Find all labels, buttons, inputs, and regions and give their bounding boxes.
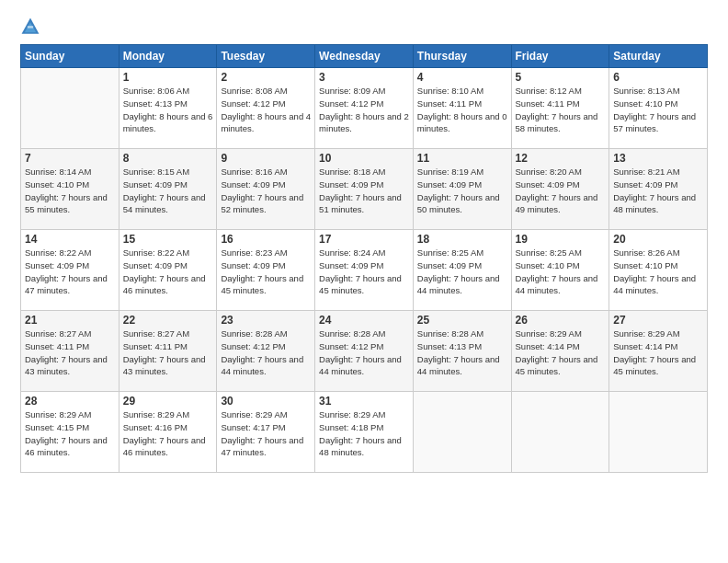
day-number: 18 — [417, 233, 507, 246]
day-info: Sunrise: 8:27 AMSunset: 4:11 PMDaylight:… — [25, 327, 115, 378]
day-info: Sunrise: 8:29 AMSunset: 4:14 PMDaylight:… — [516, 327, 606, 378]
calendar-cell: 23Sunrise: 8:28 AMSunset: 4:12 PMDayligh… — [217, 311, 315, 392]
day-number: 21 — [25, 314, 115, 327]
calendar-table: SundayMondayTuesdayWednesdayThursdayFrid… — [20, 44, 708, 473]
day-number: 2 — [221, 71, 311, 84]
day-header-thursday: Thursday — [413, 45, 511, 68]
calendar-cell: 20Sunrise: 8:26 AMSunset: 4:10 PMDayligh… — [609, 230, 708, 311]
calendar-cell — [21, 68, 119, 149]
calendar-cell: 14Sunrise: 8:22 AMSunset: 4:09 PMDayligh… — [21, 230, 119, 311]
day-info: Sunrise: 8:08 AMSunset: 4:12 PMDaylight:… — [221, 85, 311, 135]
day-number: 11 — [417, 152, 507, 165]
day-number: 1 — [123, 71, 213, 84]
day-info: Sunrise: 8:12 AMSunset: 4:11 PMDaylight:… — [516, 85, 606, 135]
day-number: 16 — [221, 233, 311, 246]
calendar-cell: 11Sunrise: 8:19 AMSunset: 4:09 PMDayligh… — [413, 149, 511, 230]
header — [20, 17, 708, 37]
calendar-cell: 25Sunrise: 8:28 AMSunset: 4:13 PMDayligh… — [413, 311, 511, 392]
calendar-week-row: 21Sunrise: 8:27 AMSunset: 4:11 PMDayligh… — [21, 311, 708, 392]
day-number: 15 — [123, 233, 213, 246]
day-number: 7 — [25, 152, 115, 165]
calendar-cell: 17Sunrise: 8:24 AMSunset: 4:09 PMDayligh… — [315, 230, 414, 311]
day-number: 28 — [25, 395, 115, 408]
day-number: 10 — [319, 152, 409, 165]
calendar-cell: 28Sunrise: 8:29 AMSunset: 4:15 PMDayligh… — [21, 392, 119, 473]
day-number: 5 — [516, 71, 606, 84]
calendar-cell: 1Sunrise: 8:06 AMSunset: 4:13 PMDaylight… — [119, 68, 217, 149]
day-info: Sunrise: 8:10 AMSunset: 4:11 PMDaylight:… — [417, 85, 507, 135]
calendar-cell: 18Sunrise: 8:25 AMSunset: 4:09 PMDayligh… — [413, 230, 511, 311]
day-info: Sunrise: 8:15 AMSunset: 4:09 PMDaylight:… — [123, 166, 213, 216]
day-info: Sunrise: 8:18 AMSunset: 4:09 PMDaylight:… — [319, 166, 409, 216]
day-number: 26 — [516, 314, 606, 327]
day-number: 22 — [123, 314, 213, 327]
day-number: 25 — [417, 314, 507, 327]
calendar-cell: 24Sunrise: 8:28 AMSunset: 4:12 PMDayligh… — [315, 311, 414, 392]
day-info: Sunrise: 8:16 AMSunset: 4:09 PMDaylight:… — [221, 166, 311, 216]
calendar-cell: 6Sunrise: 8:13 AMSunset: 4:10 PMDaylight… — [609, 68, 708, 149]
day-info: Sunrise: 8:24 AMSunset: 4:09 PMDaylight:… — [319, 247, 409, 297]
day-number: 4 — [417, 71, 507, 84]
day-info: Sunrise: 8:22 AMSunset: 4:09 PMDaylight:… — [25, 247, 115, 297]
calendar-cell — [511, 392, 609, 473]
day-number: 6 — [613, 71, 703, 84]
day-number: 17 — [319, 233, 409, 246]
day-number: 8 — [123, 152, 213, 165]
calendar-cell: 12Sunrise: 8:20 AMSunset: 4:09 PMDayligh… — [511, 149, 609, 230]
day-number: 3 — [319, 71, 409, 84]
day-info: Sunrise: 8:19 AMSunset: 4:09 PMDaylight:… — [417, 166, 507, 216]
calendar-cell: 15Sunrise: 8:22 AMSunset: 4:09 PMDayligh… — [119, 230, 217, 311]
day-header-sunday: Sunday — [21, 45, 119, 68]
calendar-cell: 16Sunrise: 8:23 AMSunset: 4:09 PMDayligh… — [217, 230, 315, 311]
calendar-week-row: 1Sunrise: 8:06 AMSunset: 4:13 PMDaylight… — [21, 68, 708, 149]
day-number: 14 — [25, 233, 115, 246]
day-info: Sunrise: 8:28 AMSunset: 4:12 PMDaylight:… — [319, 327, 409, 378]
calendar-cell: 30Sunrise: 8:29 AMSunset: 4:17 PMDayligh… — [217, 392, 315, 473]
day-info: Sunrise: 8:29 AMSunset: 4:18 PMDaylight:… — [319, 408, 409, 459]
day-info: Sunrise: 8:29 AMSunset: 4:15 PMDaylight:… — [25, 408, 115, 459]
calendar-cell — [609, 392, 708, 473]
day-info: Sunrise: 8:26 AMSunset: 4:10 PMDaylight:… — [613, 247, 703, 297]
day-info: Sunrise: 8:29 AMSunset: 4:16 PMDaylight:… — [123, 408, 213, 459]
day-number: 24 — [319, 314, 409, 327]
day-number: 12 — [516, 152, 606, 165]
day-info: Sunrise: 8:22 AMSunset: 4:09 PMDaylight:… — [123, 247, 213, 297]
calendar-cell: 9Sunrise: 8:16 AMSunset: 4:09 PMDaylight… — [217, 149, 315, 230]
day-info: Sunrise: 8:23 AMSunset: 4:09 PMDaylight:… — [221, 247, 311, 297]
day-header-saturday: Saturday — [609, 45, 708, 68]
day-info: Sunrise: 8:21 AMSunset: 4:09 PMDaylight:… — [613, 166, 703, 216]
calendar-cell: 10Sunrise: 8:18 AMSunset: 4:09 PMDayligh… — [315, 149, 414, 230]
day-info: Sunrise: 8:27 AMSunset: 4:11 PMDaylight:… — [123, 327, 213, 378]
calendar-week-row: 7Sunrise: 8:14 AMSunset: 4:10 PMDaylight… — [21, 149, 708, 230]
calendar-cell: 5Sunrise: 8:12 AMSunset: 4:11 PMDaylight… — [511, 68, 609, 149]
day-header-monday: Monday — [119, 45, 217, 68]
day-header-tuesday: Tuesday — [217, 45, 315, 68]
calendar-cell: 4Sunrise: 8:10 AMSunset: 4:11 PMDaylight… — [413, 68, 511, 149]
calendar-cell: 21Sunrise: 8:27 AMSunset: 4:11 PMDayligh… — [21, 311, 119, 392]
day-number: 9 — [221, 152, 311, 165]
day-number: 13 — [613, 152, 703, 165]
day-info: Sunrise: 8:09 AMSunset: 4:12 PMDaylight:… — [319, 85, 409, 135]
day-header-wednesday: Wednesday — [315, 45, 414, 68]
day-info: Sunrise: 8:20 AMSunset: 4:09 PMDaylight:… — [516, 166, 606, 216]
svg-rect-2 — [28, 26, 33, 28]
day-info: Sunrise: 8:28 AMSunset: 4:12 PMDaylight:… — [221, 327, 311, 378]
logo — [20, 17, 44, 37]
calendar-cell: 13Sunrise: 8:21 AMSunset: 4:09 PMDayligh… — [609, 149, 708, 230]
day-number: 23 — [221, 314, 311, 327]
day-info: Sunrise: 8:29 AMSunset: 4:17 PMDaylight:… — [221, 408, 311, 459]
calendar-cell: 31Sunrise: 8:29 AMSunset: 4:18 PMDayligh… — [315, 392, 414, 473]
calendar-cell: 7Sunrise: 8:14 AMSunset: 4:10 PMDaylight… — [21, 149, 119, 230]
calendar-cell: 27Sunrise: 8:29 AMSunset: 4:14 PMDayligh… — [609, 311, 708, 392]
day-number: 27 — [613, 314, 703, 327]
calendar-cell: 29Sunrise: 8:29 AMSunset: 4:16 PMDayligh… — [119, 392, 217, 473]
day-number: 30 — [221, 395, 311, 408]
day-info: Sunrise: 8:25 AMSunset: 4:10 PMDaylight:… — [516, 247, 606, 297]
calendar-cell — [413, 392, 511, 473]
logo-icon — [20, 17, 40, 37]
day-info: Sunrise: 8:13 AMSunset: 4:10 PMDaylight:… — [613, 85, 703, 135]
calendar-week-row: 14Sunrise: 8:22 AMSunset: 4:09 PMDayligh… — [21, 230, 708, 311]
calendar-week-row: 28Sunrise: 8:29 AMSunset: 4:15 PMDayligh… — [21, 392, 708, 473]
page: SundayMondayTuesdayWednesdayThursdayFrid… — [0, 0, 728, 563]
day-number: 20 — [613, 233, 703, 246]
